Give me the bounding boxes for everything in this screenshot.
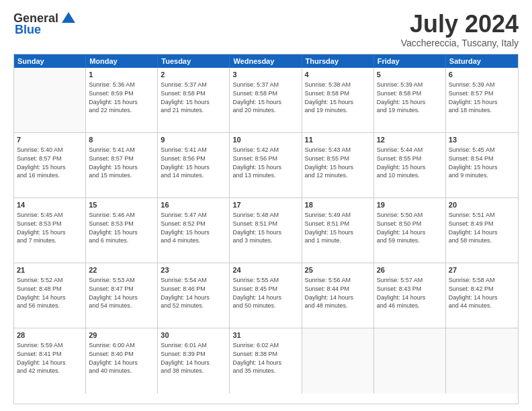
sunset-text: Sunset: 8:42 PM bbox=[449, 285, 494, 292]
day-number: 4 bbox=[305, 70, 371, 80]
day-info: Sunrise: 5:40 AMSunset: 8:57 PMDaylight:… bbox=[17, 146, 83, 179]
day-info: Sunrise: 5:58 AMSunset: 8:42 PMDaylight:… bbox=[449, 276, 515, 310]
day-cell-5: 5Sunrise: 5:39 AMSunset: 8:58 PMDaylight… bbox=[374, 68, 446, 132]
sunset-text: Sunset: 8:57 PM bbox=[449, 90, 494, 97]
sunset-text: Sunset: 8:39 PM bbox=[161, 351, 206, 357]
day-info: Sunrise: 5:50 AMSunset: 8:50 PMDaylight:… bbox=[377, 211, 443, 244]
sunset-text: Sunset: 8:51 PM bbox=[232, 220, 277, 227]
daylight-text: Daylight: 15 hoursand 21 minutes. bbox=[161, 99, 210, 114]
sunset-text: Sunset: 8:38 PM bbox=[232, 351, 277, 357]
daylight-text: Daylight: 15 hoursand 4 minutes. bbox=[161, 229, 210, 244]
day-number: 28 bbox=[17, 330, 83, 340]
sunset-text: Sunset: 8:43 PM bbox=[377, 285, 422, 292]
week-row-1: 1Sunrise: 5:36 AMSunset: 8:59 PMDaylight… bbox=[14, 68, 518, 133]
sunrise-text: Sunrise: 5:43 AM bbox=[305, 146, 351, 153]
sunrise-text: Sunrise: 5:59 AM bbox=[17, 342, 63, 349]
sunrise-text: Sunrise: 5:45 AM bbox=[449, 146, 495, 153]
day-cell-2: 2Sunrise: 5:37 AMSunset: 8:58 PMDaylight… bbox=[158, 68, 230, 132]
sunset-text: Sunset: 8:50 PM bbox=[377, 220, 422, 227]
header-day-wednesday: Wednesday bbox=[230, 54, 302, 68]
sunset-text: Sunset: 8:52 PM bbox=[161, 220, 206, 227]
day-number: 18 bbox=[305, 200, 371, 210]
week-row-2: 7Sunrise: 5:40 AMSunset: 8:57 PMDaylight… bbox=[14, 133, 518, 198]
sunrise-text: Sunrise: 5:36 AM bbox=[89, 81, 135, 88]
day-info: Sunrise: 5:45 AMSunset: 8:54 PMDaylight:… bbox=[449, 146, 515, 179]
sunset-text: Sunset: 8:57 PM bbox=[17, 155, 62, 162]
sunrise-text: Sunrise: 5:47 AM bbox=[161, 212, 207, 218]
day-cell-27: 27Sunrise: 5:58 AMSunset: 8:42 PMDayligh… bbox=[446, 263, 518, 328]
day-cell-15: 15Sunrise: 5:46 AMSunset: 8:53 PMDayligh… bbox=[86, 198, 158, 263]
daylight-text: Daylight: 15 hoursand 14 minutes. bbox=[161, 164, 210, 179]
sunset-text: Sunset: 8:58 PM bbox=[232, 90, 277, 97]
calendar-body: 1Sunrise: 5:36 AMSunset: 8:59 PMDaylight… bbox=[14, 68, 518, 394]
day-number: 21 bbox=[17, 265, 83, 275]
sunset-text: Sunset: 8:48 PM bbox=[17, 285, 62, 292]
day-number: 17 bbox=[232, 200, 298, 210]
daylight-text: Daylight: 15 hoursand 6 minutes. bbox=[89, 229, 138, 244]
sunset-text: Sunset: 8:47 PM bbox=[89, 285, 134, 292]
empty-cell bbox=[446, 328, 518, 394]
sunrise-text: Sunrise: 5:49 AM bbox=[305, 212, 351, 218]
day-info: Sunrise: 5:45 AMSunset: 8:53 PMDaylight:… bbox=[17, 211, 83, 244]
day-number: 5 bbox=[377, 70, 443, 80]
day-number: 27 bbox=[449, 265, 515, 275]
day-cell-16: 16Sunrise: 5:47 AMSunset: 8:52 PMDayligh… bbox=[158, 198, 230, 263]
day-number: 11 bbox=[305, 135, 371, 145]
page: General Blue July 2024 Vacchereccia, Tus… bbox=[0, 0, 532, 411]
month-title: July 2024 bbox=[401, 11, 519, 38]
sunrise-text: Sunrise: 5:57 AM bbox=[377, 277, 423, 283]
day-info: Sunrise: 6:02 AMSunset: 8:38 PMDaylight:… bbox=[232, 341, 298, 375]
day-cell-10: 10Sunrise: 5:42 AMSunset: 8:56 PMDayligh… bbox=[230, 133, 302, 197]
day-info: Sunrise: 5:54 AMSunset: 8:46 PMDaylight:… bbox=[161, 276, 226, 310]
sunset-text: Sunset: 8:55 PM bbox=[305, 155, 350, 162]
daylight-text: Daylight: 15 hoursand 1 minute. bbox=[305, 229, 354, 244]
sunrise-text: Sunrise: 5:38 AM bbox=[305, 81, 351, 88]
svg-marker-0 bbox=[62, 12, 75, 23]
day-cell-30: 30Sunrise: 6:01 AMSunset: 8:39 PMDayligh… bbox=[158, 328, 230, 394]
day-cell-31: 31Sunrise: 6:02 AMSunset: 8:38 PMDayligh… bbox=[230, 328, 302, 394]
sunset-text: Sunset: 8:59 PM bbox=[89, 90, 134, 97]
sunrise-text: Sunrise: 5:58 AM bbox=[449, 277, 495, 283]
day-info: Sunrise: 5:41 AMSunset: 8:57 PMDaylight:… bbox=[89, 146, 154, 179]
day-info: Sunrise: 5:48 AMSunset: 8:51 PMDaylight:… bbox=[232, 211, 298, 244]
day-cell-28: 28Sunrise: 5:59 AMSunset: 8:41 PMDayligh… bbox=[14, 328, 86, 394]
sunset-text: Sunset: 8:46 PM bbox=[161, 285, 206, 292]
daylight-text: Daylight: 15 hoursand 16 minutes. bbox=[17, 164, 66, 179]
day-number: 31 bbox=[232, 330, 298, 340]
daylight-text: Daylight: 15 hoursand 3 minutes. bbox=[232, 229, 281, 244]
empty-cell bbox=[374, 328, 446, 394]
day-number: 1 bbox=[89, 70, 154, 80]
day-info: Sunrise: 5:43 AMSunset: 8:55 PMDaylight:… bbox=[305, 146, 371, 179]
daylight-text: Daylight: 15 hoursand 10 minutes. bbox=[377, 164, 426, 179]
daylight-text: Daylight: 14 hoursand 58 minutes. bbox=[449, 229, 498, 244]
day-cell-22: 22Sunrise: 5:53 AMSunset: 8:47 PMDayligh… bbox=[86, 263, 158, 328]
day-info: Sunrise: 5:36 AMSunset: 8:59 PMDaylight:… bbox=[89, 81, 154, 114]
calendar-header: SundayMondayTuesdayWednesdayThursdayFrid… bbox=[14, 54, 518, 68]
daylight-text: Daylight: 15 hoursand 9 minutes. bbox=[449, 164, 498, 179]
header-day-sunday: Sunday bbox=[14, 54, 86, 68]
sunrise-text: Sunrise: 5:56 AM bbox=[305, 277, 351, 283]
day-cell-7: 7Sunrise: 5:40 AMSunset: 8:57 PMDaylight… bbox=[14, 133, 86, 197]
day-cell-13: 13Sunrise: 5:45 AMSunset: 8:54 PMDayligh… bbox=[446, 133, 518, 197]
day-number: 30 bbox=[161, 330, 226, 340]
day-info: Sunrise: 5:37 AMSunset: 8:58 PMDaylight:… bbox=[161, 81, 226, 114]
week-row-4: 21Sunrise: 5:52 AMSunset: 8:48 PMDayligh… bbox=[14, 263, 518, 328]
sunrise-text: Sunrise: 5:48 AM bbox=[232, 212, 279, 218]
header: General Blue July 2024 Vacchereccia, Tus… bbox=[13, 11, 519, 48]
day-info: Sunrise: 5:39 AMSunset: 8:58 PMDaylight:… bbox=[377, 81, 443, 114]
header-day-friday: Friday bbox=[374, 54, 446, 68]
sunrise-text: Sunrise: 6:00 AM bbox=[89, 342, 135, 349]
day-number: 16 bbox=[161, 200, 226, 210]
sunrise-text: Sunrise: 5:54 AM bbox=[161, 277, 207, 283]
day-info: Sunrise: 5:51 AMSunset: 8:49 PMDaylight:… bbox=[449, 211, 515, 244]
sunrise-text: Sunrise: 5:51 AM bbox=[449, 212, 495, 218]
week-row-3: 14Sunrise: 5:45 AMSunset: 8:53 PMDayligh… bbox=[14, 198, 518, 263]
sunset-text: Sunset: 8:58 PM bbox=[377, 90, 422, 97]
day-cell-8: 8Sunrise: 5:41 AMSunset: 8:57 PMDaylight… bbox=[86, 133, 158, 197]
daylight-text: Daylight: 14 hoursand 38 minutes. bbox=[161, 359, 210, 375]
daylight-text: Daylight: 14 hoursand 48 minutes. bbox=[305, 294, 354, 310]
day-info: Sunrise: 5:47 AMSunset: 8:52 PMDaylight:… bbox=[161, 211, 226, 244]
day-number: 13 bbox=[449, 135, 515, 145]
day-info: Sunrise: 5:37 AMSunset: 8:58 PMDaylight:… bbox=[232, 81, 298, 114]
daylight-text: Daylight: 15 hoursand 19 minutes. bbox=[377, 99, 426, 114]
